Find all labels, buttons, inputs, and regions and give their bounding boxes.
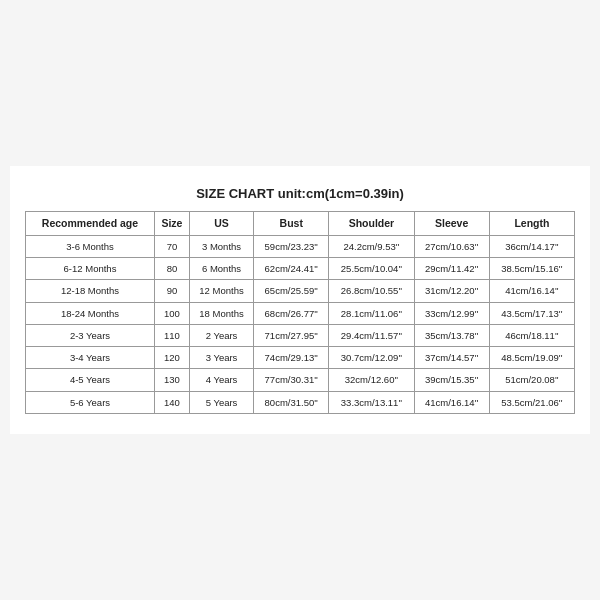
table-cell: 6 Months xyxy=(189,257,253,279)
table-cell: 18 Months xyxy=(189,302,253,324)
column-header: Bust xyxy=(254,211,329,235)
table-cell: 90 xyxy=(154,280,189,302)
table-cell: 110 xyxy=(154,324,189,346)
table-cell: 28.1cm/11.06'' xyxy=(329,302,414,324)
table-cell: 30.7cm/12.09'' xyxy=(329,347,414,369)
table-row: 12-18 Months9012 Months65cm/25.59''26.8c… xyxy=(26,280,575,302)
table-cell: 33.3cm/13.11'' xyxy=(329,391,414,413)
table-row: 2-3 Years1102 Years71cm/27.95''29.4cm/11… xyxy=(26,324,575,346)
column-header: Recommended age xyxy=(26,211,155,235)
table-cell: 80cm/31.50'' xyxy=(254,391,329,413)
table-cell: 51cm/20.08'' xyxy=(489,369,574,391)
table-cell: 32cm/12.60'' xyxy=(329,369,414,391)
chart-title: SIZE CHART unit:cm(1cm=0.39in) xyxy=(25,186,575,201)
column-header: Sleeve xyxy=(414,211,489,235)
table-cell: 25.5cm/10.04'' xyxy=(329,257,414,279)
table-cell: 26.8cm/10.55'' xyxy=(329,280,414,302)
table-cell: 2 Years xyxy=(189,324,253,346)
table-cell: 5 Years xyxy=(189,391,253,413)
table-row: 18-24 Months10018 Months68cm/26.77''28.1… xyxy=(26,302,575,324)
column-header: Shoulder xyxy=(329,211,414,235)
table-cell: 4 Years xyxy=(189,369,253,391)
table-cell: 53.5cm/21.06'' xyxy=(489,391,574,413)
table-cell: 68cm/26.77'' xyxy=(254,302,329,324)
table-cell: 39cm/15.35'' xyxy=(414,369,489,391)
table-cell: 46cm/18.11'' xyxy=(489,324,574,346)
table-cell: 29.4cm/11.57'' xyxy=(329,324,414,346)
size-chart-container: SIZE CHART unit:cm(1cm=0.39in) Recommend… xyxy=(10,166,590,434)
column-header: Length xyxy=(489,211,574,235)
table-row: 3-6 Months703 Months59cm/23.23''24.2cm/9… xyxy=(26,235,575,257)
table-cell: 31cm/12.20'' xyxy=(414,280,489,302)
table-cell: 33cm/12.99'' xyxy=(414,302,489,324)
table-cell: 130 xyxy=(154,369,189,391)
table-cell: 70 xyxy=(154,235,189,257)
table-cell: 35cm/13.78'' xyxy=(414,324,489,346)
table-body: 3-6 Months703 Months59cm/23.23''24.2cm/9… xyxy=(26,235,575,413)
table-cell: 62cm/24.41'' xyxy=(254,257,329,279)
table-header: Recommended ageSizeUSBustShoulderSleeveL… xyxy=(26,211,575,235)
table-cell: 48.5cm/19.09'' xyxy=(489,347,574,369)
column-header: Size xyxy=(154,211,189,235)
table-cell: 65cm/25.59'' xyxy=(254,280,329,302)
table-cell: 4-5 Years xyxy=(26,369,155,391)
table-cell: 6-12 Months xyxy=(26,257,155,279)
size-table: Recommended ageSizeUSBustShoulderSleeveL… xyxy=(25,211,575,414)
table-cell: 77cm/30.31'' xyxy=(254,369,329,391)
table-cell: 100 xyxy=(154,302,189,324)
table-cell: 59cm/23.23'' xyxy=(254,235,329,257)
table-cell: 24.2cm/9.53'' xyxy=(329,235,414,257)
table-cell: 3-4 Years xyxy=(26,347,155,369)
table-cell: 71cm/27.95'' xyxy=(254,324,329,346)
table-cell: 18-24 Months xyxy=(26,302,155,324)
table-cell: 38.5cm/15.16'' xyxy=(489,257,574,279)
table-cell: 36cm/14.17'' xyxy=(489,235,574,257)
table-cell: 43.5cm/17.13'' xyxy=(489,302,574,324)
table-cell: 41cm/16.14'' xyxy=(414,391,489,413)
table-cell: 12 Months xyxy=(189,280,253,302)
table-cell: 27cm/10.63'' xyxy=(414,235,489,257)
table-cell: 140 xyxy=(154,391,189,413)
table-cell: 80 xyxy=(154,257,189,279)
table-row: 5-6 Years1405 Years80cm/31.50''33.3cm/13… xyxy=(26,391,575,413)
table-cell: 74cm/29.13'' xyxy=(254,347,329,369)
table-cell: 41cm/16.14'' xyxy=(489,280,574,302)
table-cell: 29cm/11.42'' xyxy=(414,257,489,279)
table-cell: 3 Months xyxy=(189,235,253,257)
column-header: US xyxy=(189,211,253,235)
table-row: 4-5 Years1304 Years77cm/30.31''32cm/12.6… xyxy=(26,369,575,391)
table-row: 6-12 Months806 Months62cm/24.41''25.5cm/… xyxy=(26,257,575,279)
table-cell: 37cm/14.57'' xyxy=(414,347,489,369)
table-cell: 3-6 Months xyxy=(26,235,155,257)
table-cell: 2-3 Years xyxy=(26,324,155,346)
table-row: 3-4 Years1203 Years74cm/29.13''30.7cm/12… xyxy=(26,347,575,369)
table-cell: 12-18 Months xyxy=(26,280,155,302)
table-cell: 5-6 Years xyxy=(26,391,155,413)
table-cell: 120 xyxy=(154,347,189,369)
table-cell: 3 Years xyxy=(189,347,253,369)
